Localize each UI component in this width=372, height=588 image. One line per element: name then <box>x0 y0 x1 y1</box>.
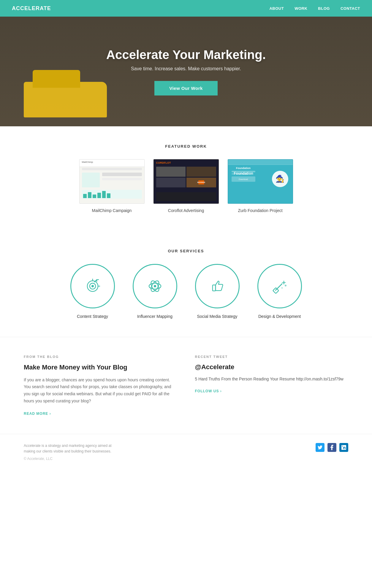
blog-tweet-section: FROM THE BLOG Make More Money with Your … <box>0 337 372 434</box>
service-circle-influencer <box>133 264 177 308</box>
work-label-mailchimp: MailChimp Campaign <box>92 208 132 213</box>
service-content-strategy: Content Strategy <box>67 264 118 319</box>
svg-line-10 <box>276 284 282 290</box>
service-social-media: Social Media Strategy <box>192 264 243 319</box>
services-title: OUR SERVICES <box>12 249 360 253</box>
service-circle-social <box>195 264 240 308</box>
work-label-coroflot: Coroflot Advertising <box>168 208 204 213</box>
tweet-follow-link[interactable]: FOLLOW US › <box>195 389 222 393</box>
featured-work-section: FEATURED WORK <box>0 126 372 231</box>
blog-col-label: FROM THE BLOG <box>24 355 177 358</box>
blog-column: FROM THE BLOG Make More Money with Your … <box>24 355 177 416</box>
nav-work[interactable]: WORK <box>295 6 307 11</box>
nav-links: ABOUT WORK BLOG CONTACT <box>269 6 360 11</box>
service-label-content: Content Strategy <box>77 314 108 319</box>
service-label-influencer: Influencer Mapping <box>137 314 172 319</box>
service-circle-content <box>70 264 115 308</box>
tweet-content: 5 Hard Truths From the Person Reading Yo… <box>195 376 349 382</box>
social-linkedin-icon[interactable] <box>339 443 348 452</box>
footer-description: Accelerate is a strategy and marketing a… <box>24 443 113 454</box>
atom-icon <box>146 277 164 295</box>
hero-cta-button[interactable]: View Our Work <box>154 81 218 95</box>
magic-icon <box>271 277 289 295</box>
hero-content: Accelerate Your Marketing. Save time. In… <box>106 48 266 95</box>
svg-point-13 <box>281 287 283 289</box>
hero-taxi-decoration <box>24 82 107 117</box>
service-label-design: Design & Development <box>258 314 301 319</box>
svg-point-2 <box>91 285 94 287</box>
services-section: OUR SERVICES Content Strategy <box>0 231 372 337</box>
social-facebook-icon[interactable] <box>327 443 336 452</box>
work-grid: MailChimp Campaign MADDEN Coroflot <box>12 159 360 213</box>
nav-about[interactable]: ABOUT <box>269 6 284 11</box>
target-icon <box>84 277 102 295</box>
nav-blog[interactable]: BLOG <box>318 6 330 11</box>
hero-title: Accelerate Your Marketing. <box>106 48 266 62</box>
nav-contact[interactable]: CONTACT <box>341 6 360 11</box>
hero-section: Accelerate Your Marketing. Save time. In… <box>0 17 372 126</box>
service-circle-design <box>257 264 302 308</box>
blog-post-text: If you are a blogger, chances are you sp… <box>24 377 177 405</box>
service-influencer-mapping: Influencer Mapping <box>130 264 180 319</box>
footer: Accelerate is a strategy and marketing a… <box>0 434 372 470</box>
work-label-zurb: Zurb Foundation Project <box>238 208 282 213</box>
svg-point-8 <box>154 285 156 287</box>
footer-info: Accelerate is a strategy and marketing a… <box>24 443 113 461</box>
featured-work-title: FEATURED WORK <box>12 144 360 149</box>
services-grid: Content Strategy Influencer Mapping <box>12 264 360 319</box>
navbar: ACCELERATE ABOUT WORK BLOG CONTACT <box>0 0 372 17</box>
service-design-dev: Design & Development <box>254 264 305 319</box>
tweet-column: RECENT TWEET @Accelerate 5 Hard Truths F… <box>195 355 349 416</box>
coroflot-preview: MADDEN <box>154 160 219 203</box>
zurb-preview: Foundation Download 🧙 <box>228 160 293 203</box>
work-item-coroflot[interactable]: MADDEN Coroflot Advertising <box>153 159 219 213</box>
work-item-zurb[interactable]: Foundation Download 🧙 Zurb Foundation Pr… <box>228 159 293 213</box>
blog-post-title: Make More Money with Your Blog <box>24 363 177 372</box>
blog-read-more-link[interactable]: READ MORE › <box>24 412 51 416</box>
hero-subtitle: Save time. Increase sales. Make customer… <box>106 66 266 71</box>
footer-copyright: © Accelerate, LLC <box>24 457 113 461</box>
work-item-mailchimp[interactable]: MailChimp Campaign <box>79 159 145 213</box>
social-twitter-icon[interactable] <box>316 443 324 452</box>
work-thumb-coroflot: MADDEN <box>153 159 219 204</box>
work-thumb-mailchimp <box>79 159 145 204</box>
brand-logo[interactable]: ACCELERATE <box>12 5 51 12</box>
social-icons-group <box>316 443 348 452</box>
work-thumb-zurb: Foundation Download 🧙 <box>228 159 293 204</box>
service-label-social: Social Media Strategy <box>197 314 237 319</box>
svg-point-12 <box>285 285 286 286</box>
svg-rect-9 <box>213 285 216 291</box>
tweet-col-label: RECENT TWEET <box>195 355 349 358</box>
tweet-handle: @Accelerate <box>195 363 349 371</box>
mailchimp-preview <box>80 160 144 203</box>
thumbsup-icon <box>208 277 226 295</box>
